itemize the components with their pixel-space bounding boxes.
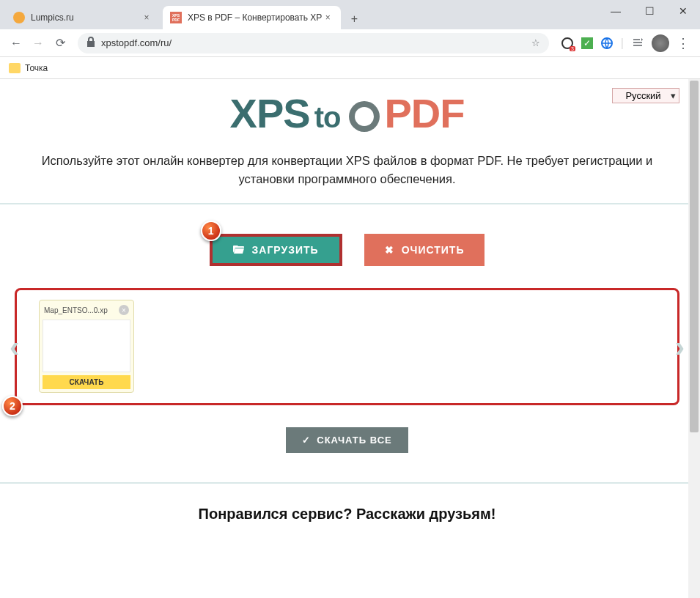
maximize-button[interactable]: ☐ xyxy=(633,0,666,22)
extension-icons: 3 ✓ | ⋮ xyxy=(556,34,694,52)
folder-open-icon xyxy=(233,244,245,256)
url-text: xpstopdf.com/ru/ xyxy=(101,37,172,48)
file-name: Map_ENTSO...0.xp xyxy=(44,306,108,314)
remove-file-button[interactable]: × xyxy=(119,305,129,315)
bookmark-folder[interactable]: Точка xyxy=(9,63,48,73)
page-content: Русский ▾ XPStoPDF Используйте этот онла… xyxy=(0,79,700,598)
back-button[interactable]: ← xyxy=(6,33,26,53)
minimize-button[interactable]: — xyxy=(599,0,633,22)
language-select[interactable]: Русский ▾ xyxy=(612,88,679,103)
close-icon: ✖ xyxy=(385,244,394,256)
profile-avatar[interactable] xyxy=(652,34,669,52)
chevron-left-icon[interactable]: ‹ xyxy=(10,330,19,363)
bookmarks-bar: Точка xyxy=(0,57,700,79)
tab-title: XPS в PDF – Конвертировать XP xyxy=(188,12,322,23)
close-icon[interactable]: × xyxy=(141,12,152,23)
share-text: Понравился сервис? Расскажи друзьям! xyxy=(0,484,694,545)
bookmark-label: Точка xyxy=(25,63,48,73)
logo-xps: XPS xyxy=(230,90,310,136)
callout-marker-1: 1 xyxy=(201,221,221,241)
logo-to: to xyxy=(314,101,341,133)
extension-icon-1[interactable]: 3 xyxy=(561,37,574,50)
upload-label: ЗАГРУЗИТЬ xyxy=(252,244,319,256)
site-logo: XPStoPDF xyxy=(0,89,694,137)
browser-tab-strip: Lumpics.ru × XPSPDF XPS в PDF – Конверти… xyxy=(0,0,700,29)
forward-button[interactable]: → xyxy=(28,33,48,53)
bookmark-star-icon[interactable]: ☆ xyxy=(531,37,540,48)
callout-marker-2: 2 xyxy=(2,396,23,416)
close-icon[interactable]: × xyxy=(322,12,334,23)
upload-button[interactable]: ЗАГРУЗИТЬ xyxy=(210,234,342,266)
reload-button[interactable]: ⟳ xyxy=(50,33,70,53)
clear-button[interactable]: ✖ ОЧИСТИТЬ xyxy=(364,234,485,266)
file-name-row: Map_ENTSO...0.xp × xyxy=(43,303,130,317)
reading-list-icon[interactable] xyxy=(631,37,644,50)
menu-icon[interactable]: ⋮ xyxy=(677,37,690,50)
extension-icon-3[interactable] xyxy=(600,37,614,50)
action-buttons-row: 1 ЗАГРУЗИТЬ ✖ ОЧИСТИТЬ xyxy=(0,204,694,288)
extension-icon-2[interactable]: ✓ xyxy=(581,37,593,49)
file-drop-area[interactable]: ‹ Map_ENTSO...0.xp × СКАЧАТЬ › 2 xyxy=(15,288,679,405)
file-preview xyxy=(43,320,130,372)
browser-tab-xpstopdf[interactable]: XPSPDF XPS в PDF – Конвертировать XP × xyxy=(163,6,341,29)
window-controls: — ☐ ✕ xyxy=(599,0,700,22)
description-text: Используйте этот онлайн конвертер для ко… xyxy=(0,152,694,203)
download-all-row: ✓ СКАЧАТЬ ВСЕ xyxy=(0,420,694,482)
favicon-xpstopdf: XPSPDF xyxy=(170,12,182,23)
new-tab-button[interactable]: + xyxy=(344,9,364,29)
scrollbar[interactable] xyxy=(688,79,700,598)
clear-label: ОЧИСТИТЬ xyxy=(402,244,465,256)
download-all-label: СКАЧАТЬ ВСЕ xyxy=(317,435,391,446)
chevron-down-icon: ▾ xyxy=(671,90,676,101)
scroll-thumb[interactable] xyxy=(690,81,699,432)
download-all-button[interactable]: ✓ СКАЧАТЬ ВСЕ xyxy=(286,427,408,453)
browser-tab-lumpics[interactable]: Lumpics.ru × xyxy=(6,6,160,29)
gear-icon xyxy=(349,101,380,132)
tab-title: Lumpics.ru xyxy=(31,12,141,23)
address-bar: ← → ⟳ xpstopdf.com/ru/ ☆ 3 ✓ | ⋮ xyxy=(0,29,700,57)
lock-icon xyxy=(86,37,95,49)
folder-icon xyxy=(9,63,21,73)
check-icon: ✓ xyxy=(302,435,311,446)
logo-area: Русский ▾ XPStoPDF xyxy=(0,79,694,152)
chevron-right-icon[interactable]: › xyxy=(675,330,685,363)
favicon-lumpics xyxy=(13,12,25,23)
close-window-button[interactable]: ✕ xyxy=(666,0,700,22)
language-label: Русский xyxy=(625,90,660,101)
download-file-button[interactable]: СКАЧАТЬ xyxy=(43,375,130,389)
file-card: Map_ENTSO...0.xp × СКАЧАТЬ xyxy=(39,300,134,393)
url-input[interactable]: xpstopdf.com/ru/ ☆ xyxy=(78,33,549,53)
logo-pdf: PDF xyxy=(384,90,464,136)
